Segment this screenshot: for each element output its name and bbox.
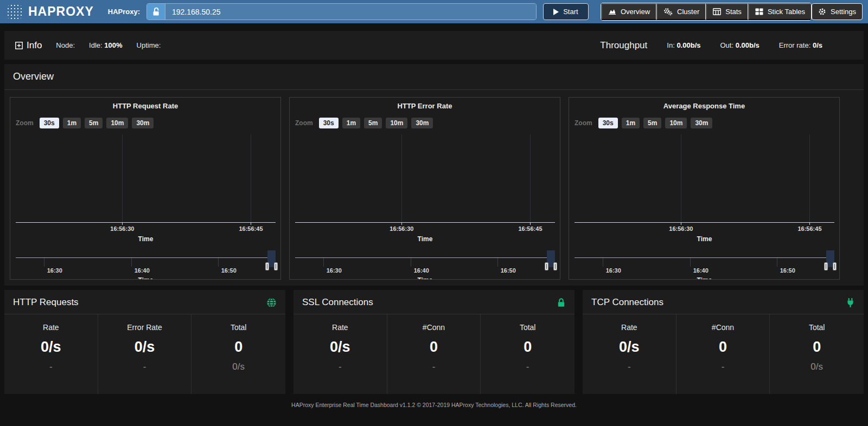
haproxy-brand: HAPROXY bbox=[5, 3, 94, 21]
gears-icon bbox=[663, 8, 673, 16]
start-button[interactable]: Start bbox=[543, 3, 589, 20]
nav-button-stats[interactable]: Stats bbox=[706, 3, 748, 20]
stat-sub-value: - bbox=[387, 362, 481, 372]
stat-label: Total bbox=[770, 323, 864, 332]
navigator-selected-range[interactable] bbox=[267, 250, 276, 267]
gridline bbox=[530, 134, 531, 222]
zoom-label: Zoom bbox=[575, 119, 592, 127]
axis-tick bbox=[122, 222, 123, 225]
gridline bbox=[122, 134, 123, 222]
address-input-group bbox=[146, 3, 537, 20]
throughput-title: Throughput bbox=[600, 40, 647, 51]
haproxy-logo-icon bbox=[5, 3, 24, 21]
time-series-chart: Average Response Time Zoom 30s1m5m10m30m… bbox=[569, 97, 840, 280]
zoom-option-5m[interactable]: 5m bbox=[85, 118, 103, 128]
navigator-right-handle[interactable] bbox=[553, 262, 557, 270]
nav-button-stick-tables[interactable]: Stick Tables bbox=[748, 3, 811, 20]
stat-label: Error Rate bbox=[98, 323, 192, 332]
zoom-range-selector: Zoom 30s1m5m10m30m bbox=[575, 118, 712, 128]
card-header: SSL Connections bbox=[293, 290, 575, 314]
throughput-section: Throughput In: 0.00b/s Out: 0.00b/s Erro… bbox=[600, 40, 855, 51]
stat-sub-value: - bbox=[583, 362, 676, 372]
zoom-option-30m[interactable]: 30m bbox=[132, 118, 154, 128]
axis-tick bbox=[681, 222, 681, 225]
x-axis-labels: 16:56:3016:56:45 bbox=[575, 225, 834, 233]
stat-rate: Rate0/s- bbox=[583, 314, 676, 394]
zoom-option-1m[interactable]: 1m bbox=[63, 118, 81, 128]
stat-total: Total00/s bbox=[192, 314, 285, 394]
time-series-chart: HTTP Error Rate Zoom 30s1m5m10m30m 16:56… bbox=[289, 97, 560, 280]
zoom-option-5m[interactable]: 5m bbox=[364, 118, 382, 128]
settings-button[interactable]: Settings bbox=[812, 3, 863, 20]
idle-value: 100% bbox=[104, 41, 122, 49]
node-label: Node: bbox=[56, 41, 75, 49]
stat-value: 0/s bbox=[98, 339, 192, 356]
address-input[interactable] bbox=[165, 4, 536, 20]
idle-stat: Idle: 100% bbox=[89, 41, 122, 49]
stat-label: Rate bbox=[583, 323, 676, 332]
navigator-selected-range[interactable] bbox=[547, 250, 555, 267]
unlock-icon[interactable] bbox=[147, 4, 165, 20]
uptime-label: Uptime: bbox=[137, 41, 161, 49]
stat-label: #Conn bbox=[676, 323, 770, 332]
navigator-right-handle[interactable] bbox=[833, 262, 837, 270]
navigator-left-handle[interactable] bbox=[545, 262, 548, 270]
table-icon bbox=[713, 8, 721, 15]
zoom-option-30m[interactable]: 30m bbox=[691, 118, 712, 128]
x-axis-title: Time bbox=[295, 235, 555, 243]
zoom-option-10m[interactable]: 10m bbox=[386, 118, 407, 128]
chart-area-icon bbox=[608, 8, 616, 15]
info-expand-toggle[interactable]: Info bbox=[15, 40, 42, 51]
zoom-option-30s[interactable]: 30s bbox=[598, 118, 618, 128]
navigator-right-handle[interactable] bbox=[274, 262, 278, 270]
navigator-left-handle[interactable] bbox=[824, 262, 828, 270]
stat-rate: Rate0/s- bbox=[293, 314, 387, 394]
top-navbar: HAPROXY HAProxy: Start OverviewClusterSt… bbox=[0, 0, 868, 23]
chart-title: Average Response Time bbox=[569, 102, 839, 110]
chart-plot-area bbox=[575, 134, 834, 223]
card-header: TCP Connections bbox=[583, 290, 864, 314]
zoom-option-30s[interactable]: 30s bbox=[319, 118, 339, 128]
nav-button-label: Stick Tables bbox=[768, 8, 805, 16]
gridline bbox=[809, 134, 810, 222]
stat-label: Rate bbox=[4, 323, 98, 332]
navigator-selected-range[interactable] bbox=[826, 250, 834, 267]
footer-copyright: HAProxy Enterprise Real Time Dashboard v… bbox=[0, 402, 868, 408]
stat-value: 0 bbox=[192, 339, 285, 356]
info-label: Info bbox=[27, 40, 42, 51]
plug-icon bbox=[846, 298, 855, 308]
x-axis-tick-label: 16:56:30 bbox=[110, 225, 134, 232]
axis-tick bbox=[809, 222, 810, 225]
nav-button-overview[interactable]: Overview bbox=[601, 3, 656, 20]
card-tcp-connections: TCP Connections Rate0/s-#Conn0-Total00/s bbox=[583, 290, 864, 394]
x-axis-labels: 16:56:3016:56:45 bbox=[16, 225, 276, 233]
zoom-option-1m[interactable]: 1m bbox=[342, 118, 360, 128]
time-series-chart: HTTP Request Rate Zoom 30s1m5m10m30m 16:… bbox=[10, 97, 281, 280]
zoom-option-10m[interactable]: 10m bbox=[106, 118, 128, 128]
gear-icon bbox=[818, 8, 826, 16]
stat-value: 0/s bbox=[4, 339, 98, 356]
chart-plot-area bbox=[295, 134, 555, 223]
in-label: In: bbox=[667, 41, 674, 49]
nav-button-cluster[interactable]: Cluster bbox=[656, 3, 706, 20]
stat--conn: #Conn0- bbox=[676, 314, 770, 394]
zoom-option-30m[interactable]: 30m bbox=[411, 118, 433, 128]
navigator-tick-label: 16:40 bbox=[693, 267, 709, 274]
navigator-tick bbox=[218, 258, 219, 267]
stat-label: Total bbox=[192, 323, 285, 332]
zoom-option-5m[interactable]: 5m bbox=[643, 118, 661, 128]
navigator-left-handle[interactable] bbox=[265, 262, 269, 270]
summary-cards-row: HTTP Requests Rate0/s-Error Rate0/s-Tota… bbox=[4, 290, 864, 394]
zoom-option-10m[interactable]: 10m bbox=[665, 118, 687, 128]
stat-value: 0 bbox=[481, 339, 575, 356]
info-bar: Info Node: Idle: 100% Uptime: Throughput… bbox=[4, 31, 864, 60]
stat--conn: #Conn0- bbox=[387, 314, 481, 394]
throughput-out: Out: 0.00b/s bbox=[720, 41, 759, 49]
zoom-option-1m[interactable]: 1m bbox=[622, 118, 640, 128]
navigator-tick-label: 16:30 bbox=[47, 267, 62, 274]
lock-icon bbox=[557, 298, 566, 308]
grid-icon bbox=[755, 8, 763, 15]
zoom-option-30s[interactable]: 30s bbox=[40, 118, 59, 128]
stat-total: Total0- bbox=[481, 314, 575, 394]
chart-title: HTTP Request Rate bbox=[10, 102, 280, 110]
